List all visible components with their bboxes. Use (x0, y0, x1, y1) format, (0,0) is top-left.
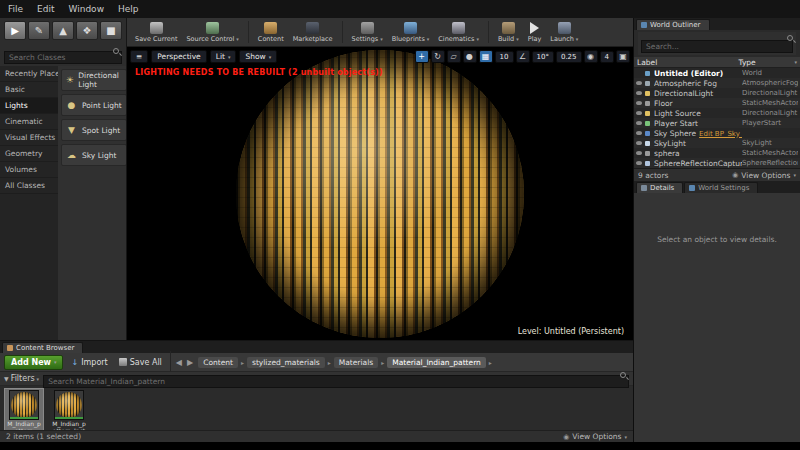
tab-world-outliner[interactable]: World Outliner (636, 19, 710, 30)
outliner-row-sky-sphere[interactable]: Sky Sphere Edit BP_Sky_Sph (634, 128, 800, 138)
tab-world-settings[interactable]: World Settings (684, 182, 758, 193)
maximize-viewport-icon[interactable]: ▣ (616, 50, 630, 63)
translate-tool-icon[interactable]: + (415, 50, 429, 63)
filter-bar: ▼ Filters ▾ (0, 372, 633, 386)
back-arrow-icon[interactable]: ◀ (176, 358, 182, 367)
column-type[interactable]: Type (738, 58, 794, 67)
save-current-button[interactable]: Save Current (135, 22, 177, 43)
rotate-tool-icon[interactable]: ↻ (431, 50, 445, 63)
category-visual-effects[interactable]: Visual Effects (0, 130, 58, 146)
edit-blueprint-link[interactable]: Edit BP_Sky_Sph (699, 130, 742, 138)
world-settings-tab-icon (689, 185, 695, 191)
outliner-view-options-button[interactable]: ◉ View Options ▾ (732, 171, 796, 180)
marketplace-button[interactable]: Marketplace (293, 22, 333, 43)
place-mode-icon[interactable]: ▶ (4, 21, 26, 40)
add-new-button[interactable]: Add New ▾ (4, 355, 63, 370)
scale-tool-icon[interactable]: ▱ (447, 50, 461, 63)
menu-window[interactable]: Window (69, 4, 105, 14)
outliner-row-atmospheric-fog[interactable]: Atmospheric Fog AtmosphericFog (634, 78, 800, 88)
visibility-eye-icon[interactable] (636, 141, 642, 145)
outliner-search-input[interactable] (641, 40, 793, 53)
3d-viewport[interactable]: ≡ Perspective Lit▾ Show▾ + ↻ ▱ ● ▦ 10 (127, 47, 633, 340)
filters-button[interactable]: ▼ Filters ▾ (4, 374, 39, 383)
placement-sky-light[interactable]: ☁ Sky Light (61, 144, 126, 166)
visibility-eye-icon[interactable] (636, 131, 642, 135)
category-cinematic[interactable]: Cinematic (0, 114, 58, 130)
viewport-options-button[interactable]: ≡ (130, 50, 148, 63)
toolbar-separator (488, 21, 489, 43)
asset-m-indian-pattern-inst[interactable]: M_Indian_pattern_Inst (49, 388, 89, 436)
grid-snap-icon[interactable]: ▦ (479, 50, 493, 63)
asset-search-input[interactable] (43, 375, 629, 388)
breadcrumb-content[interactable]: Content (198, 357, 238, 368)
column-label[interactable]: Label (637, 58, 738, 67)
tab-content-browser[interactable]: Content Browser (2, 342, 83, 353)
outliner-row-sphera[interactable]: sphera StaticMeshActor (634, 148, 800, 158)
column-options-icon[interactable]: ▾ (794, 59, 797, 65)
visibility-eye-icon[interactable] (636, 101, 642, 105)
launch-button[interactable]: Launch▾ (550, 22, 578, 43)
geometry-mode-icon[interactable]: ■ (100, 21, 122, 40)
scale-snap-value[interactable]: 0.25 (556, 51, 582, 63)
world-space-icon[interactable]: ● (463, 50, 477, 63)
paint-mode-icon[interactable]: ✎ (28, 21, 50, 40)
menu-help[interactable]: Help (118, 4, 139, 14)
breadcrumb-stylized-materials[interactable]: stylized_materials (247, 357, 325, 368)
chevron-down-icon: ▾ (516, 35, 519, 43)
camera-mode-button[interactable]: Perspective (151, 50, 206, 63)
asset-m-indian-pattern[interactable]: M_Indian_pattern (4, 388, 44, 436)
outliner-row-player-start[interactable]: Player Start PlayerStart (634, 118, 800, 128)
placement-point-light[interactable]: ● Point Light (61, 94, 126, 116)
visibility-eye-icon[interactable] (636, 121, 642, 125)
import-button[interactable]: ↓ Import (68, 356, 110, 369)
content-button[interactable]: Content (258, 22, 284, 43)
cb-view-options-button[interactable]: ◉ View Options ▾ (563, 432, 627, 441)
landscape-mode-icon[interactable]: ▲ (52, 21, 74, 40)
outliner-row-floor[interactable]: Floor StaticMeshActor (634, 98, 800, 108)
outliner-row-sphere-reflection-capture[interactable]: SphereReflectionCapture SphereReflection… (634, 158, 800, 168)
visibility-eye-icon[interactable] (636, 111, 642, 115)
cinematics-button[interactable]: Cinematics▾ (438, 22, 479, 43)
outliner-row-world[interactable]: Untitled (Editor) World (634, 68, 800, 78)
visibility-eye-icon[interactable] (636, 91, 642, 95)
material-thumbnail-sphere (56, 392, 82, 418)
material-type-strip (55, 417, 83, 419)
visibility-eye-icon[interactable] (636, 161, 642, 165)
blueprints-button[interactable]: Blueprints▾ (392, 22, 430, 43)
grid-snap-value[interactable]: 10 (495, 51, 514, 63)
modes-search-input[interactable] (4, 51, 122, 64)
visibility-eye-icon[interactable] (636, 81, 642, 85)
camera-speed-value[interactable]: 4 (600, 51, 614, 63)
foliage-mode-icon[interactable]: ❖ (76, 21, 98, 40)
category-recently-placed[interactable]: Recently Placed (0, 66, 58, 82)
view-mode-button[interactable]: Lit▾ (210, 50, 237, 63)
breadcrumb-material-indian-pattern[interactable]: Material_Indian_pattern (387, 357, 486, 368)
tab-details[interactable]: Details (636, 182, 683, 193)
save-all-button[interactable]: Save All (116, 356, 165, 369)
menu-edit[interactable]: Edit (37, 4, 54, 14)
category-volumes[interactable]: Volumes (0, 162, 58, 178)
build-button[interactable]: Build▾ (498, 22, 519, 43)
show-flags-button[interactable]: Show▾ (239, 50, 277, 63)
settings-button[interactable]: Settings▾ (352, 22, 383, 43)
placement-label: Sky Light (82, 151, 116, 160)
viewport-toolbar: ≡ Perspective Lit▾ Show▾ + ↻ ▱ ● ▦ 10 (130, 50, 630, 63)
play-button[interactable]: Play (528, 22, 542, 43)
visibility-eye-icon[interactable] (636, 151, 642, 155)
menu-file[interactable]: File (8, 4, 23, 14)
placement-directional-light[interactable]: ☀ Directional Light (61, 69, 126, 91)
category-basic[interactable]: Basic (0, 82, 58, 98)
outliner-row-light-source[interactable]: Light Source DirectionalLight (634, 108, 800, 118)
breadcrumb-materials[interactable]: Materials (334, 357, 378, 368)
category-all-classes[interactable]: All Classes (0, 178, 58, 194)
rotation-snap-icon[interactable]: ∠ (516, 50, 530, 63)
placement-spot-light[interactable]: ▼ Spot Light (61, 119, 126, 141)
category-lights[interactable]: Lights (0, 98, 58, 114)
camera-speed-icon[interactable]: ◉ (584, 50, 598, 63)
category-geometry[interactable]: Geometry (0, 146, 58, 162)
forward-arrow-icon[interactable]: ▶ (187, 358, 193, 367)
outliner-row-skylight[interactable]: SkyLight SkyLight (634, 138, 800, 148)
source-control-button[interactable]: Source Control▾ (186, 22, 238, 43)
rotation-snap-value[interactable]: 10° (532, 51, 554, 63)
outliner-row-directionallight[interactable]: DirectionalLight DirectionalLight (634, 88, 800, 98)
